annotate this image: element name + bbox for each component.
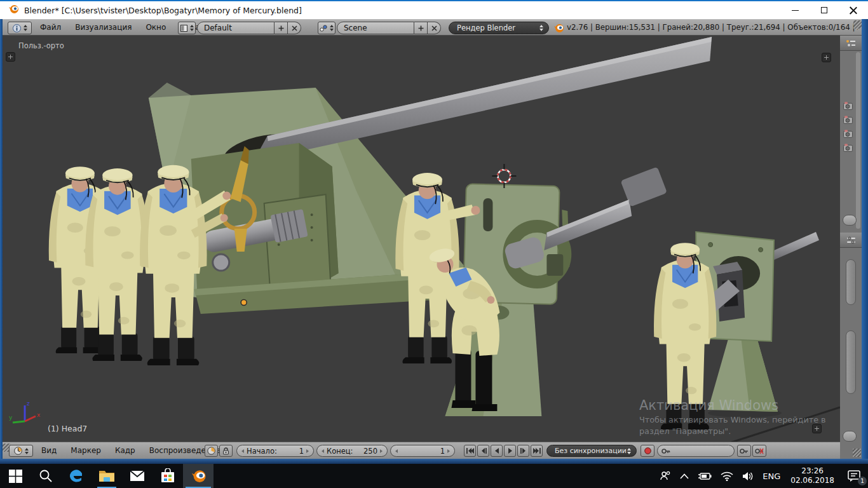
tray-overflow-button[interactable] [675, 464, 693, 488]
jump-to-end-button[interactable] [531, 445, 543, 457]
minimize-button[interactable] [780, 1, 810, 19]
timeline-menu-view[interactable]: Вид [34, 446, 64, 455]
taskbar-blender-active[interactable] [183, 464, 214, 488]
delete-keyframe-button[interactable] [752, 445, 766, 457]
record-button[interactable] [641, 445, 654, 457]
playback-controls [464, 445, 543, 457]
outliner-body[interactable] [840, 51, 862, 233]
axis-y-label: y [9, 414, 13, 421]
taskbar-store[interactable] [153, 464, 183, 488]
battery-tray-button[interactable] [693, 464, 716, 488]
scene-add-button[interactable] [414, 22, 428, 34]
resize-grip[interactable] [853, 20, 862, 29]
people-icon [660, 471, 671, 481]
start-frame-value: 1 [299, 447, 304, 456]
end-frame-field[interactable]: Конец: 250 [316, 445, 388, 457]
battery-charging-icon [698, 471, 712, 480]
editor-type-button[interactable] [8, 22, 32, 34]
people-tray-button[interactable] [655, 464, 675, 488]
properties-panel-expand-button[interactable] [822, 53, 831, 62]
search-icon [39, 469, 53, 483]
properties-editor-header[interactable] [840, 233, 862, 248]
camera-icon[interactable] [843, 144, 854, 152]
play-reverse-button[interactable] [491, 445, 503, 457]
language-indicator[interactable]: ENG [758, 464, 785, 488]
play-button[interactable] [504, 445, 516, 457]
lock-icon [222, 447, 229, 455]
layout-add-button[interactable] [275, 22, 288, 34]
menu-file[interactable]: Файл [33, 23, 68, 32]
notification-badge: 1 [858, 477, 867, 485]
properties-widget[interactable] [846, 330, 856, 394]
action-center-button[interactable]: 1 [840, 464, 868, 488]
window-title: Blender* [C:\Users\tvister\Desktop\Bogat… [24, 6, 302, 15]
clock-date: 02.06.2018 [790, 476, 834, 485]
outliner-slider-knob[interactable] [843, 215, 857, 226]
time-cursor-toggle[interactable] [205, 445, 218, 457]
camera-icon[interactable] [843, 130, 854, 138]
camera-icon[interactable] [843, 116, 854, 124]
taskbar-edge[interactable] [61, 464, 92, 488]
properties-slider-knob[interactable] [843, 431, 857, 442]
scene-delete-button[interactable] [428, 22, 441, 34]
timeline-editor-type-button[interactable] [9, 445, 33, 457]
windows-taskbar: ENG 23:26 02.06.2018 1 [0, 464, 868, 488]
scene-field[interactable]: Scene [337, 22, 414, 34]
timeline-menubar: Вид Маркер Кадр Воспроизведение [34, 442, 227, 459]
outliner-header[interactable] [840, 36, 862, 51]
resize-grip[interactable] [853, 449, 861, 457]
axis-x-label: x [37, 412, 41, 418]
lock-toggle[interactable] [219, 445, 233, 457]
key-icon [661, 447, 670, 455]
current-frame-field[interactable]: 1 [390, 445, 455, 457]
wifi-icon [721, 471, 733, 481]
key-delete-icon [755, 447, 764, 455]
layout-browse-button[interactable] [178, 22, 196, 34]
properties-icon [846, 236, 856, 244]
menu-render[interactable]: Визуализация [68, 23, 139, 32]
taskbar-mail[interactable] [122, 464, 153, 488]
watermark-line2: раздел "Параметры". [639, 426, 826, 436]
blender-info-header: Файл Визуализация Окно Справка Default [3, 19, 862, 36]
screen-layout-value: Default [204, 24, 232, 32]
render-engine-select[interactable]: Рендер Blender [449, 22, 549, 34]
minimize-icon [792, 10, 799, 11]
camera-icon[interactable] [843, 102, 854, 110]
viewport-canvas[interactable] [3, 36, 840, 442]
wifi-tray-button[interactable] [716, 464, 738, 488]
record-icon [644, 447, 651, 454]
layout-delete-button[interactable] [288, 22, 301, 34]
blender-app-icon [8, 3, 19, 17]
timeline-menu-marker[interactable]: Маркер [64, 446, 108, 455]
properties-editor-body[interactable] [840, 248, 862, 458]
insert-keyframe-button[interactable] [737, 445, 751, 457]
3d-viewport[interactable]: Польз.-орто z x y (1) Head7 Активация Wi… [3, 36, 840, 442]
edge-icon [69, 468, 84, 484]
taskbar-clock[interactable]: 23:26 02.06.2018 [785, 466, 840, 485]
toolshelf-expand-button[interactable] [6, 52, 15, 62]
close-button[interactable] [839, 1, 868, 19]
properties-widget[interactable] [846, 259, 856, 305]
watermark-title: Активация Windows [639, 398, 826, 413]
info-editor-icon [13, 24, 21, 32]
screen-layout-field[interactable]: Default [197, 22, 275, 34]
timeline-menu-frame[interactable]: Кадр [108, 446, 142, 455]
prev-keyframe-button[interactable] [477, 445, 489, 457]
model-sailor-3[interactable] [140, 165, 207, 365]
end-frame-label: Конец: [327, 447, 353, 456]
system-tray: ENG 23:26 02.06.2018 1 [655, 464, 868, 488]
workspace: Польз.-орто z x y (1) Head7 Активация Wi… [3, 36, 862, 459]
next-keyframe-button[interactable] [517, 445, 529, 457]
sync-mode-select[interactable]: Без синхронизации [546, 445, 637, 457]
search-button[interactable] [31, 464, 61, 488]
jump-to-start-button[interactable] [464, 445, 476, 457]
keying-set-field[interactable] [657, 445, 735, 457]
taskbar-file-explorer[interactable] [92, 464, 122, 488]
start-button[interactable] [0, 464, 31, 488]
scene-browse-button[interactable] [318, 22, 336, 34]
outliner-scrollbar[interactable] [856, 52, 860, 229]
maximize-button[interactable] [810, 1, 839, 19]
volume-tray-button[interactable] [738, 464, 758, 488]
menu-window[interactable]: Окно [139, 23, 173, 32]
start-frame-field[interactable]: Начало: 1 [236, 445, 314, 457]
